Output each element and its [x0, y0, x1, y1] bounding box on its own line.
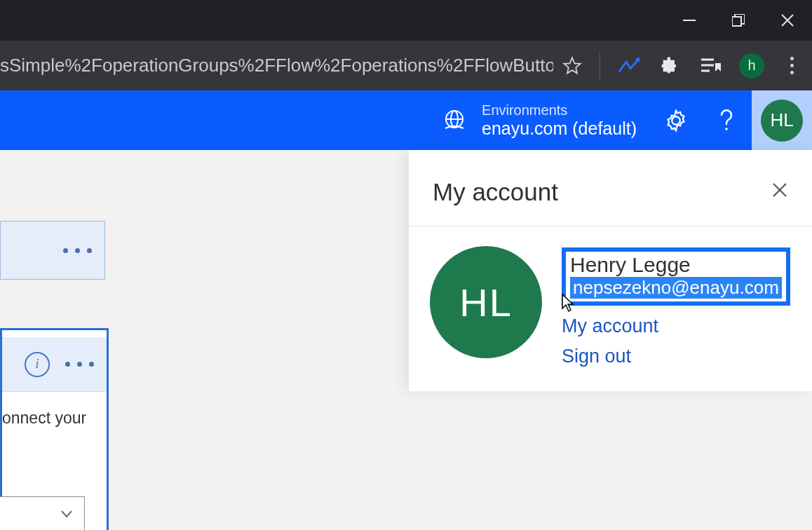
email-highlight-box: Henry Legge nepsezekno@enayu.com: [562, 247, 790, 306]
account-flyout: My account HL Henry Legge nepsezekno@ena…: [409, 150, 812, 391]
dot-icon: [65, 362, 70, 367]
help-button[interactable]: [711, 105, 742, 136]
window-titlebar: [0, 0, 812, 41]
environment-name: enayu.com (default): [482, 118, 637, 139]
divider: [600, 52, 600, 80]
flyout-title: My account: [433, 178, 558, 206]
extensions-button[interactable]: [658, 54, 682, 78]
svg-rect-1: [732, 17, 741, 26]
kebab-dot-icon: [790, 64, 794, 67]
close-window-button[interactable]: [771, 8, 804, 33]
user-email[interactable]: nepsezekno@enayu.com: [570, 277, 782, 299]
dot-icon: [89, 362, 94, 367]
avatar: HL: [761, 100, 803, 142]
browser-url-bar: sSimple%2FoperationGroups%2FFlow%2Fopera…: [0, 41, 812, 90]
info-icon[interactable]: i: [25, 352, 50, 377]
more-menu-button[interactable]: [65, 362, 94, 367]
dropdown[interactable]: [0, 496, 85, 530]
settings-button[interactable]: [661, 105, 691, 136]
account-button[interactable]: HL: [752, 90, 812, 150]
close-icon: [771, 182, 788, 198]
dot-icon: [63, 248, 68, 253]
reading-list-button[interactable]: [698, 54, 722, 78]
minimize-icon: [683, 20, 696, 21]
avatar-initials: HL: [459, 280, 513, 325]
close-flyout-button[interactable]: [771, 181, 788, 203]
avatar-initials: HL: [770, 109, 793, 131]
sign-out-link[interactable]: Sign out: [562, 346, 790, 367]
kebab-dot-icon: [790, 57, 794, 60]
star-icon: [562, 56, 582, 76]
environment-label: Environments: [482, 102, 637, 118]
flow-action-card[interactable]: i onnect your: [0, 328, 109, 530]
help-icon: [718, 108, 735, 133]
gear-icon: [664, 109, 688, 132]
connect-text: onnect your: [2, 392, 107, 428]
flow-step-card[interactable]: [0, 221, 105, 280]
content-area: i onnect your My account: [0, 150, 812, 530]
chevron-down-icon: [60, 508, 73, 520]
svg-rect-0: [683, 20, 696, 21]
close-icon: [781, 14, 794, 27]
maximize-icon: [732, 14, 745, 27]
app-header: Environments enayu.com (default) HL: [0, 90, 812, 150]
maximize-button[interactable]: [722, 8, 755, 33]
minimize-button[interactable]: [673, 8, 705, 33]
user-name: Henry Legge: [570, 253, 782, 277]
my-account-link[interactable]: My account: [562, 315, 790, 337]
more-menu-button[interactable]: [63, 248, 92, 253]
flow-extension-icon: [618, 57, 640, 75]
flow-action-header: i: [2, 337, 107, 392]
kebab-dot-icon: [790, 71, 794, 74]
browser-profile-button[interactable]: h: [739, 53, 764, 79]
url-text[interactable]: sSimple%2FoperationGroups%2FFlow%2Fopera…: [0, 55, 553, 76]
svg-point-11: [725, 128, 728, 130]
puzzle-icon: [660, 56, 679, 76]
browser-menu-button[interactable]: [781, 57, 802, 74]
environment-picker[interactable]: Environments enayu.com (default): [441, 102, 637, 139]
reading-list-icon: [700, 56, 721, 76]
flow-extension-button[interactable]: [617, 54, 641, 78]
globe-icon: [441, 107, 468, 134]
cursor-icon: [560, 293, 576, 313]
browser-profile-initial: h: [747, 57, 755, 74]
avatar-large: HL: [430, 246, 542, 358]
dot-icon: [75, 248, 80, 253]
bookmark-star-button[interactable]: [562, 55, 583, 76]
dot-icon: [87, 248, 92, 253]
dot-icon: [77, 362, 82, 367]
